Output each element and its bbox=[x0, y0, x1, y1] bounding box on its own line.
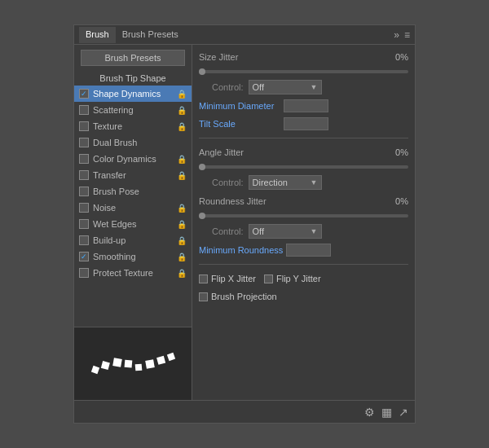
label-shape-dynamics: Shape Dynamics bbox=[93, 89, 161, 99]
sidebar-item-buildup[interactable]: Build-up 🔒 bbox=[74, 232, 192, 248]
sidebar-item-dual-brush[interactable]: Dual Brush bbox=[74, 134, 192, 151]
min-roundness-input[interactable] bbox=[286, 244, 331, 257]
sidebar-item-transfer[interactable]: Transfer 🔒 bbox=[74, 167, 192, 183]
checkbox-shape-dynamics[interactable]: ✓ bbox=[79, 89, 89, 99]
sidebar-item-color-dynamics[interactable]: Color Dynamics 🔒 bbox=[74, 151, 192, 167]
checkbox-brush-pose[interactable] bbox=[79, 187, 89, 196]
min-roundness-row: Minimum Roundness bbox=[199, 243, 408, 257]
control3-select[interactable]: Off ▼ bbox=[249, 224, 322, 239]
lock-shape-dynamics: 🔒 bbox=[177, 90, 187, 99]
lock-texture: 🔒 bbox=[177, 122, 187, 131]
flip-y-item[interactable]: Flip Y Jitter bbox=[264, 274, 321, 283]
tip-shape-header: Brush Tip Shape bbox=[74, 71, 192, 86]
sidebar-item-smoothing[interactable]: ✓ Smoothing 🔒 bbox=[74, 248, 192, 265]
menu-icon[interactable]: ≡ bbox=[404, 29, 410, 41]
flip-y-label: Flip Y Jitter bbox=[276, 274, 321, 283]
checkbox-transfer[interactable] bbox=[79, 170, 89, 180]
flip-row: Flip X Jitter Flip Y Jitter bbox=[199, 271, 408, 286]
min-diameter-label: Minimum Diameter bbox=[199, 101, 280, 111]
label-smoothing: Smoothing bbox=[93, 252, 136, 261]
angle-jitter-track bbox=[199, 165, 408, 169]
sidebar-item-scattering[interactable]: Scattering 🔒 bbox=[74, 102, 192, 118]
checkbox-buildup[interactable] bbox=[79, 235, 89, 245]
roundness-jitter-slider[interactable] bbox=[199, 213, 408, 219]
control1-value: Off bbox=[253, 82, 264, 92]
angle-jitter-label: Angle Jitter bbox=[199, 147, 280, 157]
lock-transfer: 🔒 bbox=[177, 171, 187, 180]
checkbox-protect-texture[interactable] bbox=[79, 268, 89, 278]
control3-label: Control: bbox=[212, 226, 244, 236]
label-noise: Noise bbox=[93, 203, 116, 213]
checkbox-wet-edges[interactable] bbox=[79, 219, 89, 229]
brush-presets-button[interactable]: Brush Presets bbox=[81, 50, 185, 66]
svg-rect-0 bbox=[91, 365, 99, 373]
flip-x-checkbox[interactable] bbox=[199, 275, 208, 283]
size-jitter-row: Size Jitter 0% bbox=[199, 50, 408, 64]
label-scattering: Scattering bbox=[93, 105, 134, 115]
control2-row: Control: Direction ▼ bbox=[199, 174, 408, 191]
tilt-scale-row: Tilt Scale bbox=[199, 116, 408, 131]
brush-panel: Brush Brush Presets » ≡ Brush Presets Br… bbox=[73, 24, 416, 424]
control1-arrow: ▼ bbox=[311, 83, 318, 91]
label-dual-brush: Dual Brush bbox=[93, 138, 137, 147]
checkbox-noise[interactable] bbox=[79, 203, 89, 213]
flip-y-checkbox[interactable] bbox=[264, 275, 273, 283]
grid-icon[interactable]: ▦ bbox=[381, 406, 392, 419]
lock-smoothing: 🔒 bbox=[177, 253, 187, 261]
control2-value: Direction bbox=[253, 178, 288, 187]
lock-noise: 🔒 bbox=[177, 204, 187, 213]
arrow-icon[interactable]: ↗ bbox=[399, 406, 408, 419]
checkbox-color-dynamics[interactable] bbox=[79, 154, 89, 164]
checkbox-scattering[interactable] bbox=[79, 105, 89, 115]
min-diameter-input[interactable] bbox=[284, 99, 328, 112]
divider2 bbox=[199, 264, 408, 265]
checkbox-texture[interactable] bbox=[79, 121, 89, 131]
lock-protect-texture: 🔒 bbox=[177, 269, 187, 278]
sidebar: Brush Presets Brush Tip Shape ✓ Shape Dy… bbox=[74, 45, 192, 400]
roundness-jitter-thumb bbox=[199, 213, 205, 219]
lock-buildup: 🔒 bbox=[177, 236, 187, 245]
divider1 bbox=[199, 138, 408, 138]
content-area: Brush Presets Brush Tip Shape ✓ Shape Dy… bbox=[74, 45, 415, 400]
size-jitter-label: Size Jitter bbox=[199, 52, 280, 62]
sidebar-item-shape-dynamics[interactable]: ✓ Shape Dynamics 🔒 bbox=[74, 86, 192, 102]
svg-rect-4 bbox=[135, 363, 143, 371]
control1-select[interactable]: Off ▼ bbox=[249, 80, 322, 94]
angle-jitter-slider[interactable] bbox=[199, 164, 408, 170]
tab-brush[interactable]: Brush bbox=[79, 27, 116, 43]
control2-arrow: ▼ bbox=[311, 178, 318, 187]
tab-brush-presets[interactable]: Brush Presets bbox=[116, 27, 185, 43]
label-wet-edges: Wet Edges bbox=[93, 219, 137, 229]
sidebar-item-brush-pose[interactable]: Brush Pose bbox=[74, 183, 192, 200]
svg-rect-6 bbox=[156, 355, 165, 364]
brush-preview bbox=[74, 327, 192, 400]
size-jitter-track bbox=[199, 70, 408, 73]
control1-row: Control: Off ▼ bbox=[199, 79, 408, 95]
brush-projection-item[interactable]: Brush Projection bbox=[199, 292, 277, 301]
sidebar-item-wet-edges[interactable]: Wet Edges 🔒 bbox=[74, 216, 192, 232]
checkbox-dual-brush[interactable] bbox=[79, 138, 89, 147]
lock-color-dynamics: 🔒 bbox=[177, 155, 187, 164]
label-protect-texture: Protect Texture bbox=[93, 268, 153, 278]
roundness-jitter-track bbox=[199, 214, 408, 217]
control3-value: Off bbox=[253, 226, 264, 236]
expand-icon[interactable]: » bbox=[394, 29, 399, 41]
roundness-jitter-value: 0% bbox=[384, 196, 408, 206]
size-jitter-slider[interactable] bbox=[199, 68, 408, 75]
checkbox-smoothing[interactable]: ✓ bbox=[79, 252, 89, 261]
svg-rect-1 bbox=[101, 361, 110, 370]
settings-icon[interactable]: ⚙ bbox=[364, 406, 375, 419]
brush-projection-checkbox[interactable] bbox=[199, 292, 208, 301]
control3-arrow: ▼ bbox=[311, 227, 318, 235]
control1-label: Control: bbox=[212, 82, 244, 92]
sidebar-item-noise[interactable]: Noise 🔒 bbox=[74, 200, 192, 216]
flip-x-item[interactable]: Flip X Jitter bbox=[199, 274, 256, 283]
sidebar-item-protect-texture[interactable]: Protect Texture 🔒 bbox=[74, 265, 192, 281]
sidebar-item-texture[interactable]: Texture 🔒 bbox=[74, 118, 192, 134]
control2-select[interactable]: Direction ▼ bbox=[249, 175, 322, 190]
angle-jitter-thumb bbox=[199, 164, 205, 170]
svg-rect-5 bbox=[145, 359, 155, 369]
tab-icons: » ≡ bbox=[394, 29, 410, 41]
tilt-scale-input[interactable] bbox=[284, 117, 328, 130]
label-brush-pose: Brush Pose bbox=[93, 187, 139, 196]
